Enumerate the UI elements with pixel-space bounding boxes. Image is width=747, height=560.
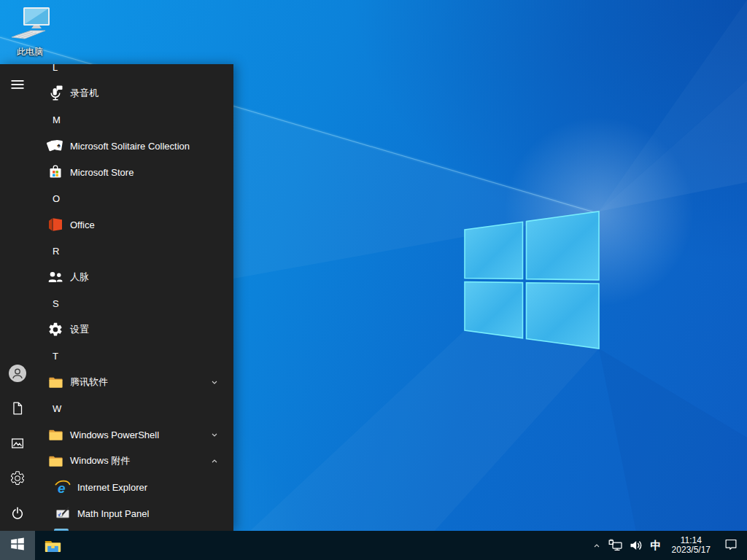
rail-button-user[interactable] — [0, 356, 35, 391]
chevron-up-icon — [209, 455, 220, 467]
this-pc-label: 此电脑 — [6, 46, 54, 58]
section-header-t[interactable]: T — [35, 343, 233, 369]
section-header-r[interactable]: R — [35, 238, 233, 264]
power-icon — [9, 505, 26, 521]
taskbar-apps — [35, 531, 70, 560]
app-label: 设置 — [70, 323, 89, 336]
section-header-label: R — [53, 246, 59, 257]
user-icon — [8, 364, 27, 383]
this-pc-icon — [9, 32, 51, 44]
ime-indicator[interactable]: 中 — [646, 531, 666, 560]
app-item-internet-explorer[interactable]: eInternet Explorer — [35, 474, 233, 500]
section-header-s[interactable]: S — [35, 290, 233, 316]
rail-button-power[interactable] — [0, 496, 35, 531]
app-label: 录音机 — [70, 87, 98, 100]
section-header-label: L — [53, 64, 58, 73]
app-folder-windows-[interactable]: Windows 附件 — [35, 448, 233, 474]
rail-button-settings[interactable] — [0, 461, 35, 496]
app-folder-windows-powershell[interactable]: Windows PowerShell — [35, 421, 233, 448]
desktop-icon-this-pc[interactable]: 此电脑 — [6, 6, 54, 58]
section-header-label: T — [53, 351, 58, 362]
app-item-math-input-panel[interactable]: Math Input Panel — [35, 500, 233, 526]
tray-button-network[interactable] — [605, 531, 626, 560]
section-header-label: M — [53, 114, 61, 125]
office-icon — [47, 216, 64, 233]
section-header-w[interactable]: W — [35, 395, 233, 421]
chevron-up-icon — [591, 540, 603, 551]
start-menu-rail — [0, 64, 35, 531]
start-menu: L录音机M♠Microsoft Solitaire CollectionMicr… — [0, 64, 233, 531]
app-item--[interactable]: 设置 — [35, 316, 233, 343]
ethernet-icon — [607, 537, 624, 554]
hamburger-icon — [10, 77, 25, 92]
store-icon — [47, 163, 64, 181]
section-header-label: S — [53, 298, 59, 309]
app-label: Math Input Panel — [77, 508, 149, 519]
chevron-down-icon — [209, 429, 220, 440]
taskbar-clock[interactable]: 11:14 2023/5/17 — [666, 531, 716, 560]
clock-date: 2023/5/17 — [672, 545, 711, 556]
people-icon — [47, 268, 64, 286]
ie-icon: e — [54, 478, 71, 496]
section-header-l[interactable]: L — [35, 64, 233, 80]
solitaire-icon: ♠ — [47, 137, 64, 155]
action-center-icon — [723, 536, 739, 555]
rail-button-documents[interactable] — [0, 391, 35, 426]
app-label: Office — [70, 219, 95, 230]
tray-button-volume[interactable] — [626, 531, 646, 560]
system-tray: 中 11:14 2023/5/17 — [588, 531, 747, 560]
app-item-office[interactable]: Office — [35, 211, 233, 238]
folder-icon — [47, 426, 64, 443]
taskbar-button-file-explorer[interactable] — [35, 531, 70, 560]
document-icon — [9, 400, 26, 416]
desktop: 此电脑 L录音机M♠Microsoft Solitaire Collection… — [0, 0, 747, 560]
app-label: Internet Explorer — [77, 482, 147, 493]
rail-button-pictures[interactable] — [0, 426, 35, 461]
section-header-label: W — [53, 403, 61, 414]
picture-icon — [9, 435, 26, 451]
gear-outline-icon — [9, 470, 26, 486]
voice-recorder-icon — [47, 85, 64, 102]
gear-icon — [47, 321, 64, 338]
app-item-microsoft-solitaire-collection[interactable]: ♠Microsoft Solitaire Collection — [35, 133, 233, 159]
app-item--[interactable]: 人脉 — [35, 264, 233, 290]
app-label: Microsoft Solitaire Collection — [70, 141, 190, 152]
app-folder--[interactable]: 腾讯软件 — [35, 369, 233, 395]
tray-icons — [588, 531, 646, 560]
app-item--[interactable]: 录音机 — [35, 80, 233, 106]
math-icon — [54, 505, 71, 522]
tray-button-tray-expand[interactable] — [588, 531, 605, 560]
app-item-microsoft-store[interactable]: Microsoft Store — [35, 159, 233, 185]
start-menu-list: L录音机M♠Microsoft Solitaire CollectionMicr… — [35, 64, 233, 526]
taskbar-empty-area — [70, 531, 588, 560]
folder-icon — [47, 373, 64, 391]
section-header-o[interactable]: O — [35, 185, 233, 211]
start-button[interactable] — [0, 531, 35, 560]
taskbar: 中 11:14 2023/5/17 — [0, 531, 747, 560]
start-flag-icon — [9, 536, 26, 555]
clock-time: 11:14 — [672, 536, 711, 546]
app-label: Windows PowerShell — [70, 429, 159, 440]
app-label: Windows 附件 — [70, 454, 130, 467]
section-header-label: O — [53, 193, 60, 204]
rail-button-menu[interactable] — [0, 67, 35, 102]
chevron-down-icon — [209, 376, 220, 388]
folder-icon — [47, 452, 64, 470]
app-label: Microsoft Store — [70, 167, 133, 178]
file-explorer-icon — [43, 536, 63, 556]
app-label: 腾讯软件 — [70, 376, 108, 389]
action-center-button[interactable] — [716, 531, 746, 560]
section-header-m[interactable]: M — [35, 106, 233, 133]
volume-icon — [627, 537, 645, 554]
app-label: 人脉 — [70, 271, 89, 284]
